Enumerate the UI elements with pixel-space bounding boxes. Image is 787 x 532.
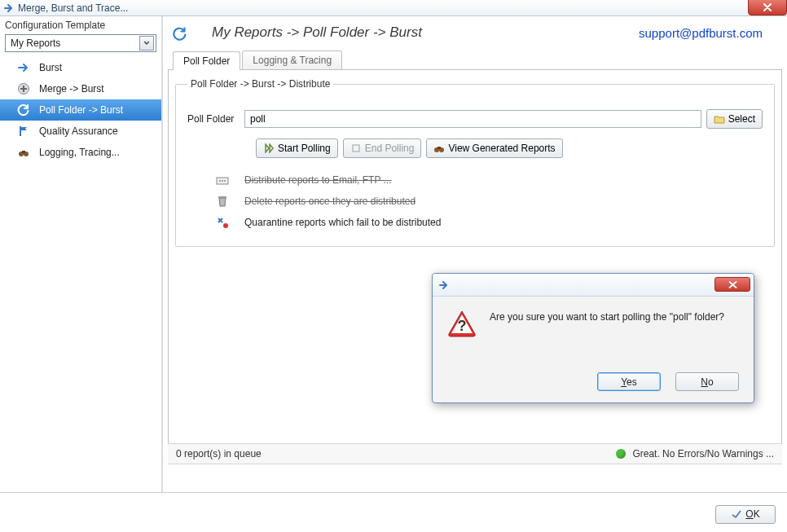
end-polling-button[interactable]: End Polling	[343, 138, 422, 158]
play-icon	[263, 143, 275, 154]
trash-icon	[215, 194, 230, 209]
binoculars-icon	[16, 145, 31, 160]
svg-rect-7	[437, 147, 441, 149]
tab-logging-tracing[interactable]: Logging & Tracing	[242, 51, 342, 69]
dialog-no-u: N	[701, 376, 708, 388]
bottom-bar: OK	[0, 496, 787, 532]
dialog-close-button[interactable]	[714, 277, 750, 292]
dialog-no-button[interactable]: No	[675, 372, 739, 391]
window-titlebar: Merge, Burst and Trace...	[0, 0, 787, 16]
poll-group: Poll Folder -> Burst -> Distribute Poll …	[175, 78, 775, 247]
svg-text:?: ?	[458, 318, 467, 334]
start-polling-label: Start Polling	[278, 143, 331, 154]
status-strip: 0 report(s) in queue Great. No Errors/No…	[168, 443, 782, 464]
support-link[interactable]: support@pdfburst.com	[639, 26, 763, 40]
poll-refresh-icon	[16, 103, 31, 117]
status-right-text: Great. No Errors/No Warnings ...	[632, 448, 774, 459]
svg-point-13	[223, 223, 228, 228]
merge-plus-icon	[16, 81, 31, 96]
app-arrow-icon	[3, 2, 15, 14]
dialog-message: Are you sure you want to start polling t…	[490, 308, 724, 323]
ok-button[interactable]: OK	[715, 505, 776, 524]
confirm-dialog: ? Are you sure you want to start polling…	[432, 273, 754, 403]
option-distribute: Distribute reports to Email, FTP ...	[187, 169, 763, 191]
sidebar-item-poll-folder-burst[interactable]: Poll Folder -> Burst	[0, 99, 161, 121]
svg-rect-3	[22, 151, 25, 153]
svg-rect-12	[218, 196, 226, 198]
dialog-yes-button[interactable]: Yes	[597, 372, 661, 391]
binoculars-icon	[433, 143, 445, 154]
status-dot-icon	[616, 449, 626, 459]
sidebar-item-logging-tracing[interactable]: Logging, Tracing...	[0, 142, 161, 163]
flag-icon	[16, 124, 31, 138]
stop-icon	[350, 143, 362, 154]
sidebar-item-label: Logging, Tracing...	[39, 147, 120, 158]
sidebar-item-label: Burst	[39, 62, 62, 73]
select-folder-label: Select	[728, 113, 755, 125]
sidebar-item-label: Quality Assurance	[39, 125, 118, 137]
end-polling-label: End Polling	[365, 143, 415, 154]
sidebar-header: Configuration Template	[0, 16, 161, 33]
tab-bar: Poll Folder Logging & Tracing	[168, 51, 782, 70]
ok-label: O	[745, 508, 753, 520]
option-quarantine: Quarantine reports which fail to be dist…	[187, 212, 763, 233]
sidebar-nav: Burst Merge -> Burst Poll Folder -> Burs…	[0, 57, 161, 163]
status-queue: 0 report(s) in queue	[176, 448, 262, 459]
poll-folder-input[interactable]	[244, 110, 701, 128]
folder-icon	[714, 113, 725, 125]
view-generated-reports-button[interactable]: View Generated Reports	[426, 138, 562, 158]
template-combo-value: My Reports	[11, 37, 60, 49]
option-delete-label: Delete reports once they are distributed	[244, 196, 415, 207]
breadcrumb: My Reports -> Poll Folder -> Burst	[212, 24, 422, 41]
poll-folder-label: Poll Folder	[187, 113, 240, 125]
ok-label-rest: K	[754, 508, 760, 520]
dialog-titlebar	[433, 274, 754, 297]
distribute-icon	[215, 173, 230, 187]
ok-check-icon	[731, 509, 742, 519]
sidebar: Configuration Template My Reports Burst …	[0, 16, 163, 492]
sidebar-item-quality-assurance[interactable]: Quality Assurance	[0, 121, 161, 142]
refresh-icon	[173, 26, 187, 41]
dialog-arrow-icon	[437, 279, 451, 292]
svg-point-10	[222, 180, 223, 182]
main-content: My Reports -> Poll Folder -> Burst suppo…	[163, 16, 787, 492]
svg-rect-4	[353, 145, 359, 152]
tab-poll-folder[interactable]: Poll Folder	[173, 51, 240, 70]
option-delete: Delete reports once they are distributed	[187, 191, 763, 212]
quarantine-icon	[215, 215, 230, 230]
svg-point-11	[224, 180, 226, 182]
chevron-down-icon[interactable]	[139, 36, 154, 51]
template-combo[interactable]: My Reports	[5, 34, 156, 52]
group-legend: Poll Folder -> Burst -> Distribute	[187, 78, 333, 90]
warning-icon: ?	[446, 308, 478, 341]
sidebar-item-burst[interactable]: Burst	[0, 57, 161, 78]
sidebar-item-merge-burst[interactable]: Merge -> Burst	[0, 78, 161, 99]
burst-arrow-icon	[16, 60, 31, 75]
window-close-button[interactable]	[748, 0, 787, 15]
view-generated-label: View Generated Reports	[448, 143, 555, 154]
option-quarantine-label: Quarantine reports which fail to be dist…	[244, 217, 441, 228]
dialog-yes-rest: es	[627, 376, 637, 388]
sidebar-item-label: Merge -> Burst	[39, 83, 104, 95]
start-polling-button[interactable]: Start Polling	[256, 138, 338, 158]
sidebar-item-label: Poll Folder -> Burst	[39, 104, 123, 116]
window-title: Merge, Burst and Trace...	[18, 2, 128, 14]
select-folder-button[interactable]: Select	[706, 109, 763, 129]
option-distribute-label: Distribute reports to Email, FTP ...	[244, 174, 392, 186]
dialog-no-rest: o	[708, 376, 714, 388]
svg-point-9	[219, 180, 221, 182]
